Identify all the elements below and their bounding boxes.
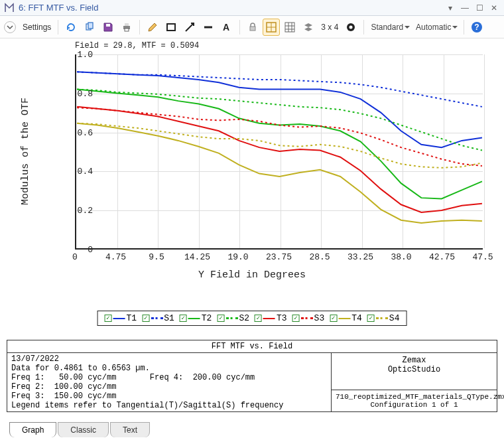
tab-classic[interactable]: Classic	[58, 422, 109, 437]
legend-label: T1	[127, 313, 137, 323]
legend-swatch	[338, 318, 350, 319]
y-tick: 0.6	[66, 127, 93, 137]
svg-rect-6	[167, 24, 175, 31]
x-tick: 42.75	[426, 252, 459, 262]
x-tick: 14.25	[181, 252, 214, 262]
info-company: ZemaxOpticStudio	[332, 353, 497, 390]
app-logo-icon	[4, 3, 15, 13]
target-icon[interactable]	[342, 19, 359, 36]
tab-text[interactable]: Text	[110, 422, 150, 437]
close-button[interactable]: ✕	[488, 2, 500, 14]
grid-size-label: 3 x 4	[318, 23, 341, 32]
toolbar: Settings A 3 x 4 Standard Automatic ?	[0, 16, 504, 38]
svg-rect-5	[125, 29, 129, 31]
rectangle-icon[interactable]	[162, 19, 180, 36]
legend-item-T1[interactable]: ✓T1	[105, 313, 137, 323]
chart-readout: Field = 29.8, MTF = 0.5094	[75, 41, 199, 50]
line-icon[interactable]	[200, 19, 217, 36]
y-tick: 1.0	[66, 50, 93, 60]
legend-item-T3[interactable]: ✓T3	[255, 313, 287, 323]
maximize-button[interactable]: ☐	[473, 2, 485, 14]
svg-rect-10	[285, 23, 294, 32]
settings-expand-icon[interactable]	[4, 21, 16, 33]
y-tick: 0.8	[66, 88, 93, 98]
legend-label: S2	[239, 313, 249, 323]
x-tick: 9.5	[140, 252, 173, 262]
legend-checkbox[interactable]: ✓	[292, 315, 300, 322]
arrow-icon[interactable]	[181, 19, 198, 36]
lock-icon[interactable]	[244, 19, 261, 36]
layers-icon[interactable]	[300, 19, 317, 36]
help-icon[interactable]: ?	[468, 19, 485, 36]
legend-label: T4	[351, 313, 362, 323]
legend-checkbox[interactable]: ✓	[367, 315, 375, 322]
legend-checkbox[interactable]: ✓	[180, 315, 187, 322]
tab-graph[interactable]: Graph	[9, 422, 56, 437]
legend-label: S3	[314, 313, 325, 323]
info-left: 13/07/2022 Data for 0.4861 to 0.6563 µm.…	[7, 353, 331, 411]
minimize-button[interactable]: —	[459, 2, 471, 14]
legend: ✓T1✓S1✓T2✓S2✓T3✓S3✓T4✓S4	[97, 311, 407, 326]
x-axis-label: Y Field in Degrees	[0, 269, 504, 281]
x-tick: 28.5	[303, 252, 336, 262]
legend-checkbox[interactable]: ✓	[217, 315, 224, 322]
legend-item-S4[interactable]: ✓S4	[367, 313, 400, 323]
svg-rect-1	[88, 23, 93, 29]
info-title: FFT MTF vs. Field	[7, 340, 497, 353]
legend-item-S2[interactable]: ✓S2	[217, 313, 249, 323]
plot-canvas[interactable]	[75, 54, 483, 250]
x-tick: 23.75	[263, 252, 296, 262]
legend-label: S1	[164, 313, 174, 323]
legend-checkbox[interactable]: ✓	[142, 315, 149, 322]
legend-swatch	[263, 318, 275, 319]
text-icon[interactable]: A	[218, 19, 235, 36]
legend-swatch	[376, 317, 388, 319]
legend-item-T4[interactable]: ✓T4	[330, 313, 362, 323]
dropdown-icon[interactable]: ▾	[444, 2, 456, 14]
x-tick: 38.0	[385, 252, 418, 262]
legend-item-S1[interactable]: ✓S1	[142, 313, 174, 323]
refresh-icon[interactable]	[62, 19, 80, 36]
x-tick: 0	[58, 252, 92, 262]
svg-text:A: A	[223, 22, 229, 33]
save-icon[interactable]	[99, 19, 117, 36]
standard-dropdown[interactable]: Standard	[368, 19, 412, 36]
y-tick: 0.4	[66, 167, 93, 177]
legend-checkbox[interactable]: ✓	[330, 315, 337, 322]
legend-swatch	[225, 317, 237, 319]
settings-button[interactable]: Settings	[20, 23, 54, 32]
x-tick: 47.5	[466, 252, 499, 262]
titlebar: 6: FFT MTF vs. Field ▾ — ☐ ✕	[0, 0, 504, 16]
copy-icon[interactable]	[81, 19, 98, 36]
tab-bar: GraphClassicText	[9, 422, 151, 437]
chart-area: Field = 29.8, MTF = 0.5094 Modulus of th…	[0, 38, 504, 311]
window-title: 6: FFT MTF vs. Field	[19, 3, 442, 13]
legend-item-T2[interactable]: ✓T2	[180, 313, 212, 323]
pencil-icon[interactable]	[144, 19, 161, 36]
automatic-dropdown[interactable]: Automatic	[413, 19, 460, 36]
info-panel: FFT MTF vs. Field 13/07/2022 Data for 0.…	[7, 340, 497, 412]
legend-checkbox[interactable]: ✓	[105, 315, 112, 322]
print-icon[interactable]	[118, 19, 135, 36]
legend-swatch	[188, 318, 200, 319]
x-tick: 33.25	[344, 252, 377, 262]
svg-rect-8	[250, 27, 255, 31]
grid-multi-icon[interactable]	[281, 19, 298, 36]
x-tick: 4.75	[99, 252, 133, 262]
info-file: 710_reoptimized_MTF_materials_QType.zmxC…	[332, 390, 497, 411]
grid-single-icon[interactable]	[263, 19, 280, 36]
legend-swatch	[113, 318, 125, 319]
legend-swatch	[151, 317, 162, 319]
legend-checkbox[interactable]: ✓	[255, 315, 262, 322]
legend-item-S3[interactable]: ✓S3	[292, 313, 325, 323]
svg-point-12	[349, 25, 353, 29]
legend-label: S4	[389, 313, 400, 323]
x-tick: 19.0	[221, 252, 255, 262]
svg-rect-4	[125, 23, 129, 26]
svg-rect-2	[106, 24, 110, 27]
y-tick: 0.2	[66, 206, 93, 216]
legend-label: T2	[202, 313, 212, 323]
legend-swatch	[301, 317, 313, 319]
svg-text:?: ?	[475, 23, 479, 32]
legend-label: T3	[277, 313, 287, 323]
